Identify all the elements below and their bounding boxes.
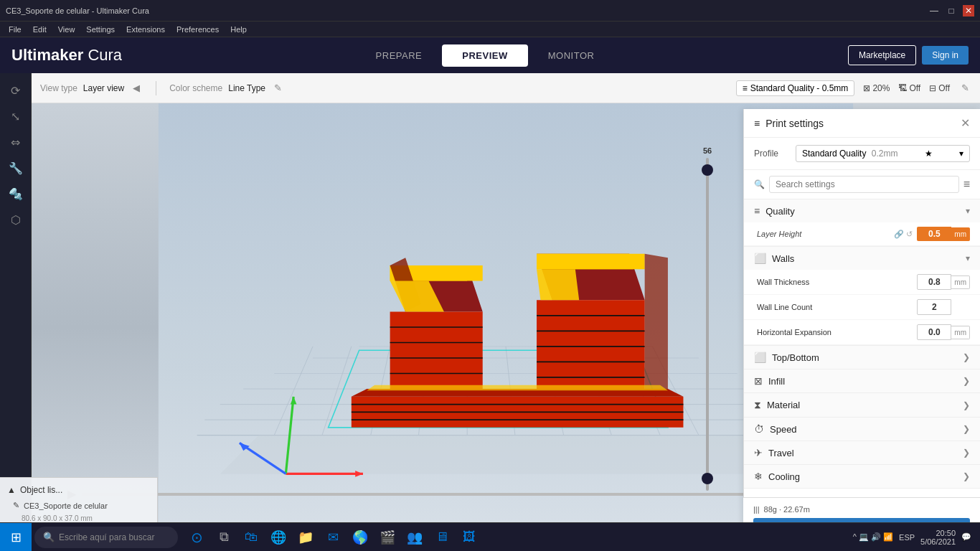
quality-icon: ≡ <box>754 205 760 217</box>
travel-title: Travel <box>768 448 963 458</box>
menu-item-edit[interactable]: Edit <box>27 24 52 35</box>
wall-thickness-row: Wall Thickness mm <box>744 270 980 295</box>
header-right: Marketplace Sign in <box>848 45 969 65</box>
weight-value: 88g · 22.67m <box>764 505 810 514</box>
layer-thumb-bottom[interactable] <box>702 473 713 484</box>
taskbar-app-teams[interactable]: 👥 <box>402 524 428 550</box>
taskbar-app-task-view[interactable]: ⧉ <box>211 524 237 550</box>
main-area: ⟳ ⤡ ⇔ 🔧 🔩 ⬡ View type Layer view ◀ Color… <box>0 73 980 551</box>
svg-marker-22 <box>390 311 483 389</box>
maximize-button[interactable]: □ <box>946 5 957 17</box>
tool-scale[interactable]: ⤡ <box>4 105 27 128</box>
wall-line-count-input[interactable] <box>917 299 951 315</box>
layer-height-input[interactable] <box>917 227 951 241</box>
horizontal-expansion-label: Horizontal Expansion <box>757 328 917 336</box>
notification-icon[interactable]: 💬 <box>961 532 971 542</box>
marketplace-button[interactable]: Marketplace <box>848 45 916 65</box>
tool-mesh[interactable]: ⬡ <box>4 208 27 231</box>
quality-arrow: ▾ <box>966 206 970 216</box>
weight-info: ||| 88g · 22.67m <box>753 505 970 514</box>
support-icon: 🏗 <box>898 83 907 93</box>
travel-section-header[interactable]: ✈ Travel ❯ <box>744 441 980 464</box>
tab-preview[interactable]: PREVIEW <box>442 44 527 67</box>
taskbar-app-edge[interactable]: 🌐 <box>265 524 291 550</box>
object-list-header[interactable]: ▲ Object lis... <box>0 482 157 498</box>
main-nav: PREPARE PREVIEW MONITOR <box>122 44 848 67</box>
profile-button[interactable]: ≡ Standard Quality - 0.5mm <box>736 80 855 96</box>
search-input[interactable] <box>769 176 959 193</box>
cooling-section: ❄ Cooling ❯ <box>744 465 980 489</box>
start-button[interactable]: ⊞ <box>0 523 32 552</box>
tab-monitor[interactable]: MONITOR <box>528 44 615 67</box>
walls-icon: ⬜ <box>754 253 766 264</box>
menu-item-extensions[interactable]: Extensions <box>121 24 171 35</box>
menu-item-help[interactable]: Help <box>225 24 253 35</box>
object-list-item[interactable]: ✎ CE3_Soporte de celular <box>0 498 157 513</box>
menu-item-file[interactable]: File <box>3 24 27 35</box>
tool-rotate[interactable]: ⟳ <box>4 79 27 102</box>
cooling-section-header[interactable]: ❄ Cooling ❯ <box>744 465 980 488</box>
taskbar-app-mail[interactable]: ✉ <box>320 524 346 550</box>
logo-light: Cura <box>83 46 122 64</box>
svg-marker-37 <box>537 254 645 270</box>
infill-control[interactable]: ⊠ 20% <box>863 83 890 93</box>
layer-height-icons: 🔗 ↺ <box>894 230 913 239</box>
taskbar-app-store[interactable]: 🛍 <box>238 524 264 550</box>
layer-thumb-top[interactable] <box>702 164 713 176</box>
walls-section-header[interactable]: ⬜ Walls ▾ <box>744 247 980 270</box>
adhesion-icon: ⊟ <box>929 83 936 93</box>
profile-star-icon: ★ <box>925 149 933 159</box>
horizontal-expansion-input[interactable] <box>917 324 951 340</box>
profile-selector[interactable]: Standard Quality 0.2mm ★ ▾ <box>796 145 970 162</box>
infill-section-header[interactable]: ⊠ Infill ❯ <box>744 369 980 392</box>
travel-section: ✈ Travel ❯ <box>744 441 980 465</box>
wall-thickness-input[interactable] <box>917 274 951 290</box>
support-control[interactable]: 🏗 Off <box>898 83 920 93</box>
minimize-button[interactable]: — <box>928 5 940 17</box>
print-settings-header: ≡ Print settings ✕ <box>744 109 980 138</box>
topbottom-section-header[interactable]: ⬜ Top/Bottom ❯ <box>744 346 980 369</box>
view-type-toggle[interactable]: ◀ <box>130 82 143 95</box>
travel-icon: ✈ <box>754 447 763 458</box>
taskbar-app-cursor[interactable]: 🖥 <box>429 524 455 550</box>
material-section-header[interactable]: ⧗ Material ❯ <box>744 393 980 417</box>
menu-item-settings[interactable]: Settings <box>80 24 121 35</box>
taskbar-app-chrome[interactable]: 🌎 <box>347 524 373 550</box>
tab-prepare[interactable]: PREPARE <box>356 44 443 67</box>
tool-custom-support[interactable]: 🔩 <box>4 182 27 205</box>
taskbar-app-photos[interactable]: 🖼 <box>456 524 482 550</box>
color-scheme-value: Line Type <box>228 83 265 93</box>
menu-item-preferences[interactable]: Preferences <box>171 24 225 35</box>
profile-controls: ≡ Standard Quality - 0.5mm ⊠ 20% 🏗 Off ⊟… <box>736 80 971 96</box>
settings-pen-button[interactable]: ✎ <box>958 82 971 95</box>
print-settings-close[interactable]: ✕ <box>961 116 970 130</box>
header: Ultimaker Cura PREPARE PREVIEW MONITOR M… <box>0 37 980 73</box>
signin-button[interactable]: Sign in <box>922 46 969 65</box>
speed-icon: ⏱ <box>754 423 764 435</box>
close-button[interactable]: ✕ <box>963 5 974 17</box>
settings-menu-icon[interactable]: ≡ <box>963 178 970 191</box>
taskbar-search[interactable]: 🔍 Escribe aquí para buscar <box>34 527 178 548</box>
taskbar-app-files[interactable]: 📁 <box>293 524 319 550</box>
language-indicator: ESP <box>899 533 915 542</box>
profile-label: Profile <box>754 149 790 159</box>
material-section: ⧗ Material ❯ <box>744 393 980 418</box>
color-scheme-edit[interactable]: ✎ <box>271 82 284 95</box>
taskbar-search-text: Escribe aquí para buscar <box>59 532 154 542</box>
tool-support[interactable]: 🔧 <box>4 156 27 179</box>
taskbar-app-filmora[interactable]: 🎬 <box>374 524 400 550</box>
taskbar-app-search[interactable]: ⊙ <box>184 524 209 550</box>
reset-icon[interactable]: ↺ <box>906 230 913 239</box>
tool-mirror[interactable]: ⇔ <box>4 131 27 154</box>
link-icon[interactable]: 🔗 <box>894 230 904 239</box>
search-row: 🔍 ≡ <box>744 170 980 199</box>
wall-line-count-label: Wall Line Count <box>757 303 917 311</box>
speed-section-header[interactable]: ⏱ Speed ❯ <box>744 418 980 441</box>
profile-value: Standard Quality 0.2mm <box>802 149 897 159</box>
quality-section-header[interactable]: ≡ Quality ▾ <box>744 199 980 222</box>
adhesion-control[interactable]: ⊟ Off <box>929 83 950 93</box>
topbottom-title: Top/Bottom <box>772 352 963 363</box>
layer-height-label: Layer Height <box>757 230 894 238</box>
layer-track[interactable] <box>706 158 709 491</box>
menu-item-view[interactable]: View <box>52 24 81 35</box>
